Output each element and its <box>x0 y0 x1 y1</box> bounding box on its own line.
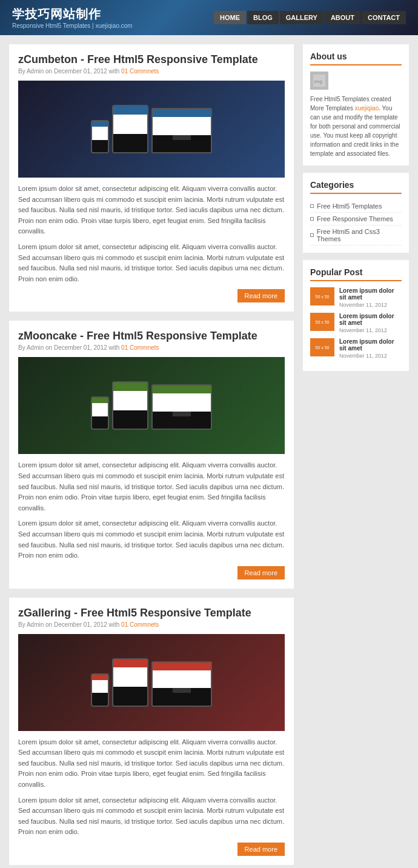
about-image: img <box>310 72 328 90</box>
desktop-mockup-3 <box>151 661 212 707</box>
article-2-image <box>18 357 285 454</box>
category-item-1[interactable]: Free Html5 Templates <box>310 200 402 213</box>
post-date-3: November 11, 2012 <box>339 353 402 359</box>
bullet-icon <box>310 204 314 208</box>
article-2-text2: Lorem ipsum dolor sit amet, consectetur … <box>18 518 285 561</box>
logo-area: 学技巧网站制作 Responsive Html5 Templates | xue… <box>12 6 133 29</box>
post-title-1[interactable]: Lorem ipsum dolor sit amet <box>339 287 402 301</box>
sidebar-about-title: About us <box>310 52 402 65</box>
post-title-3[interactable]: Lorem ipsum dolor sit amet <box>339 338 402 352</box>
sidebar-categories-title: Categories <box>310 180 402 194</box>
article-3-readmore-wrap: Read more <box>18 843 285 856</box>
category-item-2[interactable]: Free Responsive Themes <box>310 213 402 225</box>
article-1-readmore-btn[interactable]: Read more <box>237 289 285 302</box>
popular-post-2: 50 x 50 Lorem ipsum dolor sit amet Novem… <box>310 313 402 333</box>
article-1-text2: Lorem ipsum dolor sit amet, consectetur … <box>18 242 285 284</box>
article-3: zGallering - Free Html5 Responsive Templ… <box>9 598 294 865</box>
nav-gallery[interactable]: GALLERY <box>280 11 323 24</box>
nav-blog[interactable]: BLOG <box>247 11 279 24</box>
phone-mockup-2 <box>91 396 109 430</box>
article-1: zCumbeton - Free Html5 Responsive Templa… <box>9 44 294 312</box>
article-2-meta: By Admin on December 01, 2012 with 01 Co… <box>18 344 285 351</box>
post-info-2: Lorem ipsum dolor sit amet November 11, … <box>339 313 402 333</box>
logo-subtitle: Responsive Html5 Templates | xuejiqiao.c… <box>12 22 133 29</box>
sidebar-popular-title: Popular Post <box>310 267 402 281</box>
article-1-text1: Lorem ipsum dolor sit amet, consectetur … <box>18 184 285 237</box>
tablet-mockup <box>112 105 148 153</box>
article-3-meta: By Admin on December 01, 2012 with 01 Co… <box>18 621 285 628</box>
article-2-readmore-btn[interactable]: Read more <box>237 566 285 579</box>
post-thumb-2: 50 x 50 <box>310 313 334 331</box>
popular-post-1: 50 x 50 Lorem ipsum dolor sit amet Novem… <box>310 287 402 308</box>
article-2-readmore-wrap: Read more <box>18 566 285 579</box>
bullet-icon <box>310 233 314 237</box>
nav-about[interactable]: ABOUT <box>325 11 360 24</box>
page-wrapper: zCumbeton - Free Html5 Responsive Templa… <box>0 35 418 868</box>
sidebar-popular: Popular Post 50 x 50 Lorem ipsum dolor s… <box>303 260 409 371</box>
svg-text:img: img <box>314 79 322 84</box>
desktop-mockup-2 <box>151 384 212 430</box>
article-1-title: zCumbeton - Free Html5 Responsive Templa… <box>18 53 285 66</box>
main-nav: HOME BLOG GALLERY ABOUT CONTACT <box>214 11 406 24</box>
article-2-text1: Lorem ipsum dolor sit amet, consectetur … <box>18 460 285 513</box>
post-thumb-1: 50 x 50 <box>310 287 334 305</box>
categories-list: Free Html5 Templates Free Responsive The… <box>310 200 402 245</box>
article-1-image <box>18 81 285 178</box>
logo-title: 学技巧网站制作 <box>12 6 133 22</box>
article-2-comments-link[interactable]: 01 Commnets <box>121 344 159 351</box>
post-info-1: Lorem ipsum dolor sit amet November 11, … <box>339 287 402 308</box>
article-1-comments-link[interactable]: 01 Commnets <box>121 68 159 75</box>
article-2: zMooncake - Free Html5 Responsive Templa… <box>9 321 294 588</box>
post-date-1: November 11, 2012 <box>339 302 402 308</box>
post-info-3: Lorem ipsum dolor sit amet November 11, … <box>339 338 402 359</box>
about-link[interactable]: xuejiqiao <box>355 105 379 112</box>
main-content: zCumbeton - Free Html5 Responsive Templa… <box>9 44 294 868</box>
desktop-mockup <box>151 108 212 153</box>
popular-post-3: 50 x 50 Lorem ipsum dolor sit amet Novem… <box>310 338 402 359</box>
phone-mockup-3 <box>91 673 109 707</box>
nav-home[interactable]: HOME <box>214 11 246 24</box>
article-3-image <box>18 634 285 731</box>
phone-mockup <box>91 120 109 153</box>
article-3-text2: Lorem ipsum dolor sit amet, consectetur … <box>18 795 285 838</box>
bullet-icon <box>310 217 314 221</box>
article-3-readmore-btn[interactable]: Read more <box>237 843 285 856</box>
tablet-mockup-2 <box>112 381 148 430</box>
article-3-comments-link[interactable]: 01 Commnets <box>121 621 159 628</box>
sidebar-about-text: Free Html5 Templates created More Templa… <box>310 95 402 158</box>
header: 学技巧网站制作 Responsive Html5 Templates | xue… <box>0 0 418 35</box>
sidebar-about: About us img Free Html5 Templates create… <box>303 44 409 165</box>
post-thumb-3: 50 x 50 <box>310 338 334 356</box>
category-item-3[interactable]: Free Html5 and Css3 Themes <box>310 225 402 245</box>
article-1-readmore-wrap: Read more <box>18 289 285 302</box>
post-title-2[interactable]: Lorem ipsum dolor sit amet <box>339 313 402 326</box>
nav-contact[interactable]: CONTACT <box>362 11 406 24</box>
article-3-title: zGallering - Free Html5 Responsive Templ… <box>18 607 285 619</box>
article-1-meta: By Admin on December 01, 2012 with 01 Co… <box>18 68 285 75</box>
article-2-title: zMooncake - Free Html5 Responsive Templa… <box>18 330 285 342</box>
article-3-text1: Lorem ipsum dolor sit amet, consectetur … <box>18 737 285 790</box>
sidebar: About us img Free Html5 Templates create… <box>303 44 409 868</box>
tablet-mockup-3 <box>112 658 148 707</box>
post-date-2: November 11, 2012 <box>339 327 402 333</box>
sidebar-categories: Categories Free Html5 Templates Free Res… <box>303 173 409 253</box>
